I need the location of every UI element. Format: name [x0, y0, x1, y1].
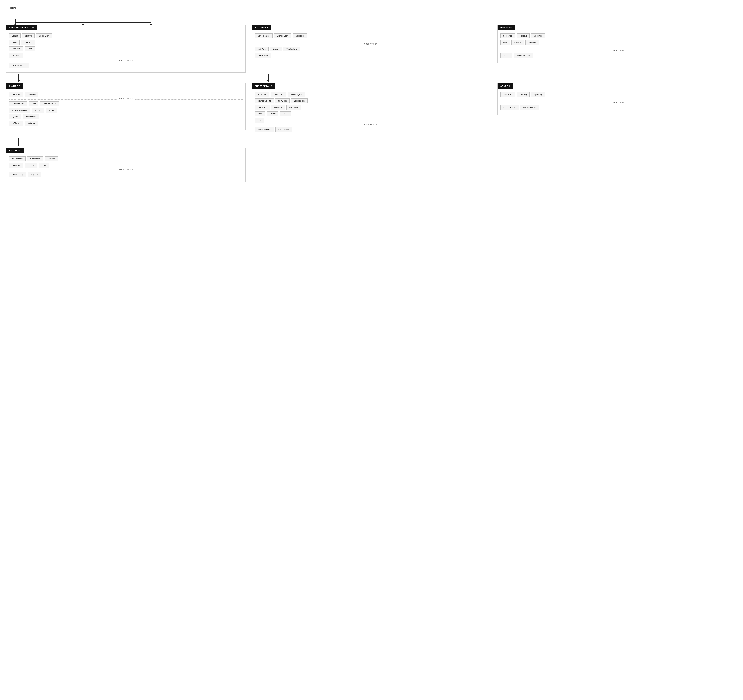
- favorites-btn[interactable]: Favorites: [44, 156, 58, 161]
- search-card: SEARCH Suggested Trending Upcoming USER …: [497, 83, 737, 115]
- settings-card: SETTINGS TV Providers Notifications Favo…: [6, 148, 246, 182]
- row2: LISTINGS Streaming Channels USER ACTIONS…: [6, 83, 737, 137]
- row3: SETTINGS TV Providers Notifications Favo…: [6, 148, 737, 182]
- upcoming-srch-btn[interactable]: Upcoming: [531, 92, 545, 97]
- social-share-btn[interactable]: Social Share: [275, 127, 292, 132]
- sign-in-btn[interactable]: Sign In: [9, 33, 21, 39]
- listings-header: LISTINGS: [6, 83, 23, 89]
- suggested-disc-btn[interactable]: Suggested: [500, 33, 515, 39]
- streaming-on-btn[interactable]: Streaming On: [287, 92, 305, 97]
- user-registration-card: USER REGISTRATION Sign In Sign Up Social…: [6, 25, 246, 73]
- email2-btn[interactable]: Email: [25, 46, 35, 51]
- watchlist-header: WATCHLIST: [252, 25, 271, 30]
- by-hd-btn[interactable]: by HD: [46, 108, 56, 113]
- upcoming-disc-btn[interactable]: Upcoming: [531, 33, 545, 39]
- user-actions-label-list: USER ACTIONS: [117, 98, 135, 100]
- home-label: Home: [10, 6, 16, 9]
- row1: USER REGISTRATION Sign In Sign Up Social…: [6, 25, 737, 73]
- trending-disc-btn[interactable]: Trending: [517, 33, 530, 39]
- add-more-btn[interactable]: Add More: [255, 46, 268, 52]
- horizontal-nav-btn[interactable]: Horizontal Nav: [9, 101, 27, 106]
- gallery-btn[interactable]: Gallery: [266, 111, 278, 116]
- related-objects-btn[interactable]: Related Objects: [255, 98, 274, 103]
- filter-btn[interactable]: Filter: [29, 101, 38, 106]
- arrow-head-reg: [18, 80, 20, 82]
- metadata-btn[interactable]: Metadata: [271, 105, 285, 110]
- by-genre-btn[interactable]: by Genre: [25, 121, 38, 126]
- notifications-btn[interactable]: Notifications: [27, 156, 43, 161]
- watchlist-card: WATCHLIST New Releases Coming Soon Sugge…: [252, 25, 491, 63]
- vertical-navigation-btn[interactable]: Vertical Navigation: [9, 108, 30, 113]
- skip-registration-btn[interactable]: Skip Registration: [9, 63, 29, 68]
- username-btn[interactable]: Username: [21, 40, 36, 45]
- home-node: Home: [6, 4, 20, 11]
- diagram-wrapper: Home U: [6, 4, 737, 182]
- user-registration-header: USER REGISTRATION: [6, 25, 37, 30]
- arrows-row1-row2: [6, 73, 737, 83]
- create-alerts-btn[interactable]: Create Alerts: [283, 46, 300, 52]
- user-actions-label-wl: USER ACTIONS: [363, 43, 380, 45]
- password2-btn[interactable]: Password: [9, 53, 23, 58]
- suggested-btn[interactable]: Suggested: [293, 33, 307, 39]
- show-details-card: SHOW DETAILS Show card Lead Video Stream…: [252, 83, 491, 137]
- password-btn[interactable]: Password: [9, 46, 23, 51]
- sign-out-btn[interactable]: Sign Out: [28, 172, 41, 177]
- tv-providers-btn[interactable]: TV Providers: [9, 156, 25, 161]
- arrow-head-wl: [267, 80, 269, 82]
- legal-btn[interactable]: Legal: [39, 163, 49, 168]
- settings-header: SETTINGS: [6, 148, 24, 153]
- sign-up-btn[interactable]: Sign Up: [22, 33, 35, 39]
- arrow-line-list: [18, 138, 19, 145]
- trending-srch-btn[interactable]: Trending: [517, 92, 530, 97]
- new-disc-btn[interactable]: New: [500, 40, 510, 45]
- arrows-row2-row3: [6, 137, 737, 148]
- coming-soon-btn[interactable]: Coming Soon: [274, 33, 291, 39]
- social-login-btn[interactable]: Social Login: [36, 33, 52, 39]
- description-btn[interactable]: Description: [255, 105, 270, 110]
- set-preferences-btn[interactable]: Set Preferences: [40, 101, 59, 106]
- profile-setting-btn[interactable]: Profile Setting: [9, 172, 27, 177]
- by-time-btn[interactable]: by Time: [32, 108, 44, 113]
- videos-btn[interactable]: Videos: [280, 111, 291, 116]
- channels-btn[interactable]: Channels: [25, 92, 38, 97]
- arrow-line-reg: [18, 74, 19, 80]
- user-actions-label-srch: USER ACTIONS: [608, 102, 626, 103]
- seasonal-disc-btn[interactable]: Seasonal: [525, 40, 539, 45]
- show-card-btn[interactable]: Show card: [255, 92, 269, 97]
- delete-items-btn[interactable]: Delete Items: [255, 53, 271, 58]
- discover-header: DISCOVER: [497, 25, 515, 30]
- add-to-watchlist-srch-btn[interactable]: Add to Watchlist: [520, 105, 539, 110]
- search-results-btn[interactable]: Search Results: [500, 105, 519, 110]
- suggested-srch-btn[interactable]: Suggested: [500, 92, 515, 97]
- search-btn-wl[interactable]: Search: [270, 46, 282, 52]
- arrow-head-list: [18, 145, 20, 146]
- metascore-btn[interactable]: Metascore: [286, 105, 301, 110]
- discover-card: DISCOVER Suggested Trending Upcoming New…: [497, 25, 737, 63]
- by-tonight-btn[interactable]: by Tonight: [9, 121, 24, 126]
- support-btn[interactable]: Support: [25, 163, 37, 168]
- email-btn[interactable]: Email: [9, 40, 19, 45]
- cast-btn[interactable]: Cast: [255, 118, 264, 123]
- episode-title-btn[interactable]: Episode Title: [291, 98, 308, 103]
- by-favorites-btn[interactable]: by Favorites: [23, 114, 38, 119]
- news-btn[interactable]: News: [255, 111, 265, 116]
- show-title-btn[interactable]: Show Title: [275, 98, 290, 103]
- editorial-disc-btn[interactable]: Editorial: [511, 40, 524, 45]
- add-to-watchlist-sd-btn[interactable]: Add to Watchlist: [255, 127, 274, 132]
- lead-video-btn[interactable]: Lead Video: [271, 92, 286, 97]
- streaming-btn[interactable]: Streaming: [9, 92, 24, 97]
- search-header: SEARCH: [497, 83, 513, 89]
- user-actions-label-disc: USER ACTIONS: [608, 50, 626, 51]
- top-connectors-svg: [6, 11, 737, 25]
- add-to-watchlist-disc-btn[interactable]: Add to Watchlist: [514, 53, 533, 58]
- by-date-btn[interactable]: by Date: [9, 114, 21, 119]
- user-actions-label-set: USER ACTIONS: [117, 169, 135, 171]
- user-actions-label-sd: USER ACTIONS: [363, 124, 380, 126]
- streaming-set-btn[interactable]: Streaming: [9, 163, 24, 168]
- listings-card: LISTINGS Streaming Channels USER ACTIONS…: [6, 83, 246, 131]
- search-disc-btn[interactable]: Search: [500, 53, 512, 58]
- show-details-header: SHOW DETAILS: [252, 83, 275, 89]
- new-releases-btn[interactable]: New Releases: [255, 33, 272, 39]
- user-actions-label-reg: USER ACTIONS: [117, 59, 135, 61]
